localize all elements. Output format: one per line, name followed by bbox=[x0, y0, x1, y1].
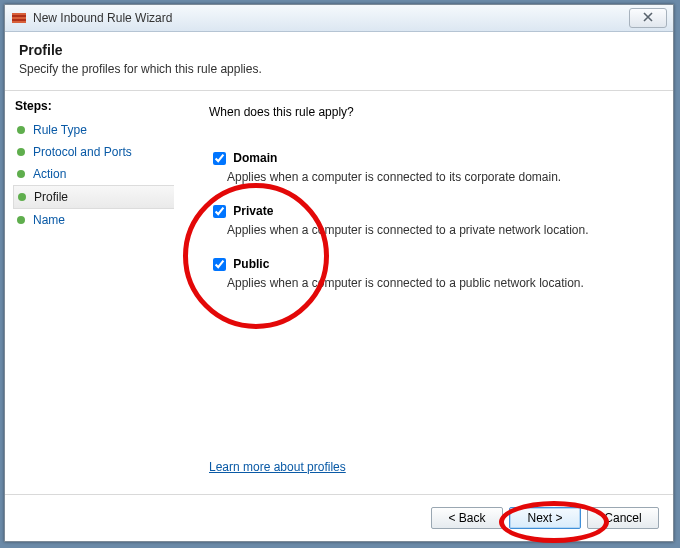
option-public: Public Applies when a computer is connec… bbox=[209, 255, 655, 290]
steps-sidebar: Steps: Rule Type Protocol and Ports Acti… bbox=[5, 91, 173, 494]
public-label: Public bbox=[233, 257, 269, 271]
learn-more-link[interactable]: Learn more about profiles bbox=[209, 460, 655, 474]
wizard-body: Steps: Rule Type Protocol and Ports Acti… bbox=[5, 91, 673, 494]
step-label: Rule Type bbox=[33, 123, 87, 137]
private-label: Private bbox=[233, 204, 273, 218]
window-title: New Inbound Rule Wizard bbox=[33, 11, 172, 25]
firewall-icon bbox=[11, 10, 27, 26]
public-checkbox[interactable] bbox=[213, 258, 226, 271]
svg-rect-2 bbox=[12, 17, 26, 19]
bullet-icon bbox=[17, 170, 25, 178]
bullet-icon bbox=[17, 148, 25, 156]
step-label: Name bbox=[33, 213, 65, 227]
step-label: Profile bbox=[34, 190, 68, 204]
domain-description: Applies when a computer is connected to … bbox=[227, 170, 655, 184]
private-description: Applies when a computer is connected to … bbox=[227, 223, 655, 237]
bullet-icon bbox=[17, 216, 25, 224]
step-rule-type[interactable]: Rule Type bbox=[13, 119, 173, 141]
svg-rect-1 bbox=[12, 13, 26, 15]
option-private: Private Applies when a computer is conne… bbox=[209, 202, 655, 237]
titlebar: New Inbound Rule Wizard bbox=[5, 5, 673, 32]
back-button[interactable]: < Back bbox=[431, 507, 503, 529]
step-protocol-and-ports[interactable]: Protocol and Ports bbox=[13, 141, 173, 163]
page-description: Specify the profiles for which this rule… bbox=[19, 62, 659, 76]
bullet-icon bbox=[18, 193, 26, 201]
private-checkbox[interactable] bbox=[213, 205, 226, 218]
public-description: Applies when a computer is connected to … bbox=[227, 276, 655, 290]
wizard-window: New Inbound Rule Wizard Profile Specify … bbox=[4, 4, 674, 542]
wizard-main: When does this rule apply? Domain Applie… bbox=[173, 91, 673, 494]
close-button[interactable] bbox=[629, 8, 667, 28]
page-title: Profile bbox=[19, 42, 659, 58]
steps-heading: Steps: bbox=[15, 99, 173, 113]
step-profile[interactable]: Profile bbox=[13, 185, 174, 209]
next-button[interactable]: Next > bbox=[509, 507, 581, 529]
svg-rect-3 bbox=[12, 21, 26, 23]
close-icon bbox=[643, 11, 653, 25]
step-name[interactable]: Name bbox=[13, 209, 173, 231]
steps-list: Rule Type Protocol and Ports Action Prof… bbox=[13, 119, 173, 231]
domain-label: Domain bbox=[233, 151, 277, 165]
wizard-header: Profile Specify the profiles for which t… bbox=[5, 32, 673, 91]
domain-checkbox[interactable] bbox=[213, 152, 226, 165]
cancel-button[interactable]: Cancel bbox=[587, 507, 659, 529]
bullet-icon bbox=[17, 126, 25, 134]
options-group: Domain Applies when a computer is connec… bbox=[209, 149, 655, 308]
wizard-footer: < Back Next > Cancel bbox=[5, 494, 673, 541]
option-domain: Domain Applies when a computer is connec… bbox=[209, 149, 655, 184]
apply-question: When does this rule apply? bbox=[209, 105, 655, 119]
step-label: Protocol and Ports bbox=[33, 145, 132, 159]
step-label: Action bbox=[33, 167, 66, 181]
step-action[interactable]: Action bbox=[13, 163, 173, 185]
